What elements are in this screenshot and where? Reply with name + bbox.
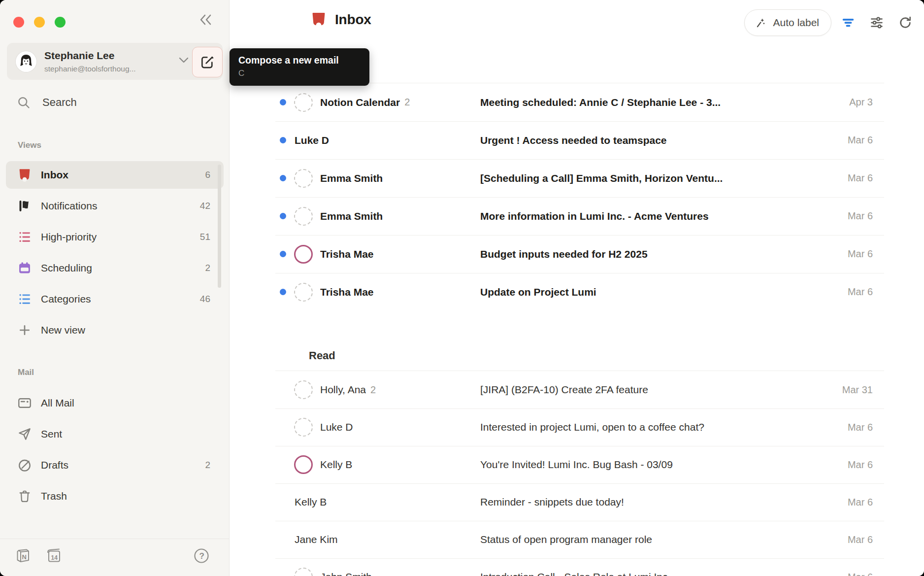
mail-list: All MailSentDrafts2Trash [6, 389, 224, 513]
email-sender: Emma Smith [320, 210, 383, 222]
email-subject: Reminder - snippets due today! [480, 496, 835, 508]
avatar-placeholder[interactable] [294, 418, 313, 437]
email-row[interactable]: John SmithIntroduction Call - Sales Role… [230, 558, 924, 576]
account-switcher[interactable]: Stephanie Lee stephanie@toolsforthoug... [7, 43, 223, 80]
envelope-icon [17, 396, 32, 410]
avatar-placeholder[interactable] [294, 283, 313, 302]
pencil-circle-icon [17, 458, 32, 473]
email-subject: Urgent ! Access needed to teamspace [480, 135, 835, 146]
sidebar-item-scheduling[interactable]: Scheduling2 [6, 254, 224, 282]
sidebar-item-label: Trash [41, 490, 67, 502]
email-row[interactable]: Jane KimStatus of open program manager r… [230, 521, 924, 558]
avatar-placeholder[interactable] [294, 207, 313, 226]
sidebar-item-sent[interactable]: Sent [6, 420, 224, 448]
email-row[interactable]: Emma SmithMore information in Lumi Inc. … [230, 197, 924, 235]
avatar-ring[interactable] [294, 455, 313, 474]
avatar-placeholder[interactable] [294, 568, 313, 576]
unread-dot-column [280, 213, 294, 219]
unread-dot [280, 99, 286, 105]
plus-icon [17, 323, 32, 338]
email-subject: Status of open program manager role [480, 534, 835, 545]
sidebar-item-trash[interactable]: Trash [6, 482, 224, 510]
email-sender: Jane Kim [295, 534, 338, 545]
sidebar-item-inbox[interactable]: Inbox6 [6, 161, 224, 189]
email-subject: [JIRA] (B2FA-10) Create 2FA feature [480, 384, 835, 396]
sidebar-item-all-mail[interactable]: All Mail [6, 389, 224, 417]
paper-plane-icon [17, 427, 32, 441]
email-sender: Trisha Mae [320, 286, 374, 298]
double-chevron-left-icon [198, 13, 213, 26]
sidebar-item-label: High-priority [41, 231, 97, 243]
email-row[interactable]: Notion Calendar2Meeting scheduled: Annie… [230, 83, 924, 121]
unread-dot-column [280, 175, 294, 181]
read-section: Holly, Ana2[JIRA] (B2FA-10) Create 2FA f… [230, 371, 924, 576]
sidebar-item-count: 2 [205, 263, 210, 273]
unread-dot-column [280, 99, 294, 105]
calendar-purple-icon [17, 261, 32, 275]
collapse-sidebar-button[interactable] [196, 11, 216, 29]
sidebar-item-notifications[interactable]: Notifications42 [6, 192, 224, 220]
sidebar-item-categories[interactable]: Categories46 [6, 285, 224, 313]
email-row[interactable]: Trisha MaeBudget inputs needed for H2 20… [230, 235, 924, 273]
sidebar-item-high-priority[interactable]: High-priority51 [6, 223, 224, 251]
avatar [16, 51, 36, 72]
magic-wand-icon [755, 16, 767, 29]
notion-app-button[interactable]: N [14, 546, 33, 565]
unread-section: Notion Calendar2Meeting scheduled: Annie… [230, 83, 924, 311]
email-subject: Budget inputs needed for H2 2025 [480, 248, 835, 260]
auto-label-button[interactable]: Auto label [744, 9, 831, 36]
email-sender: Holly, Ana [320, 384, 366, 396]
compose-icon [199, 54, 215, 70]
profile-name: Stephanie Lee [44, 50, 114, 62]
email-date: Apr 3 [849, 97, 873, 108]
sidebar-item-label: Notifications [41, 200, 97, 212]
svg-text:?: ? [199, 551, 204, 561]
refresh-button[interactable] [893, 11, 917, 34]
sidebar-item-count: 51 [200, 232, 210, 242]
email-row[interactable]: Emma Smith[Scheduling a Call] Emma Smith… [230, 159, 924, 197]
email-sender: Emma Smith [320, 172, 383, 184]
avatar-placeholder[interactable] [294, 93, 313, 112]
help-button[interactable]: ? [192, 546, 211, 565]
email-row[interactable]: Trisha MaeUpdate on Project LumiMar 6 [230, 273, 924, 311]
email-row[interactable]: Holly, Ana2[JIRA] (B2FA-10) Create 2FA f… [230, 371, 924, 408]
sidebar-footer-divider [0, 539, 230, 539]
compose-button[interactable] [192, 47, 223, 77]
search-button[interactable]: Search [7, 90, 223, 115]
sidebar-item-label: New view [41, 324, 85, 336]
avatar-placeholder[interactable] [294, 380, 313, 399]
thread-count: 2 [370, 384, 376, 396]
display-settings-button[interactable] [865, 11, 889, 34]
sidebar-scrollbar-thumb[interactable] [218, 165, 221, 288]
email-date: Mar 31 [842, 384, 873, 396]
window-minimize-button[interactable] [34, 17, 45, 28]
email-row[interactable]: Kelly BYou're Invited! Lumi Inc. Bug Bas… [230, 446, 924, 483]
avatar-ring[interactable] [294, 245, 313, 264]
compose-tooltip: Compose a new email C [230, 48, 369, 86]
sidebar-item-label: Drafts [41, 459, 68, 471]
refresh-icon [898, 15, 913, 30]
email-row[interactable]: Luke DInterested in project Lumi, open t… [230, 408, 924, 446]
window-close-button[interactable] [13, 17, 24, 28]
window-zoom-button[interactable] [55, 17, 66, 28]
email-row[interactable]: Luke DUrgent ! Access needed to teamspac… [230, 121, 924, 159]
notion-calendar-button[interactable]: 14 [44, 546, 63, 565]
svg-text:N: N [22, 553, 27, 561]
unread-dot [280, 175, 286, 181]
sidebar-item-count: 6 [205, 169, 210, 180]
sidebar-item-count: 46 [200, 294, 210, 305]
filter-lines-icon [841, 15, 856, 30]
tooltip-shortcut: C [238, 68, 361, 78]
unread-dot-column [280, 251, 294, 257]
calendar-icon: 14 [45, 547, 63, 564]
filter-button[interactable] [836, 11, 860, 34]
avatar-placeholder[interactable] [294, 169, 313, 188]
svg-text:14: 14 [51, 554, 58, 561]
sidebar-item-new-view[interactable]: New view [6, 316, 224, 344]
sidebar-item-drafts[interactable]: Drafts2 [6, 451, 224, 479]
profile-email: stephanie@toolsforthoug... [44, 65, 136, 73]
views-list: Inbox6Notifications42High-priority51Sche… [6, 161, 224, 347]
email-row[interactable]: Kelly BReminder - snippets due today!Mar… [230, 483, 924, 521]
auto-label-text: Auto label [773, 17, 819, 29]
unread-dot [280, 289, 286, 295]
